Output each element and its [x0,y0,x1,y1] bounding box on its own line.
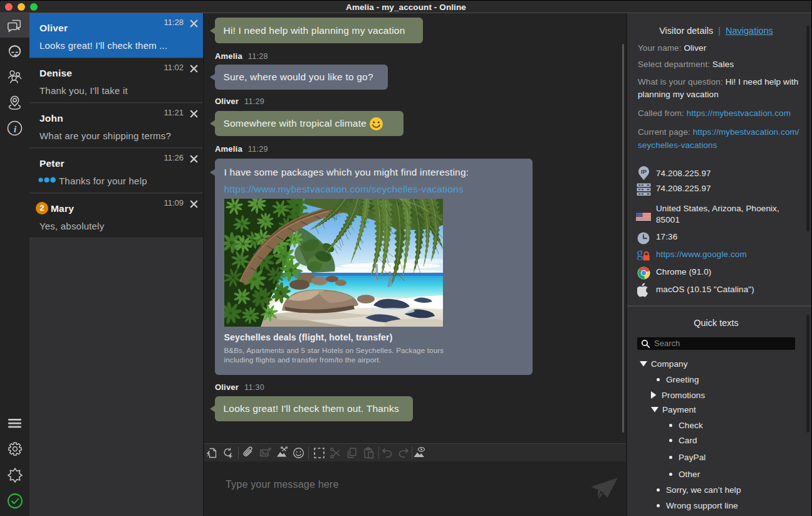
svg-text:i: i [14,124,17,134]
svg-text:IP: IP [641,168,647,175]
svg-text:g: g [637,246,643,260]
